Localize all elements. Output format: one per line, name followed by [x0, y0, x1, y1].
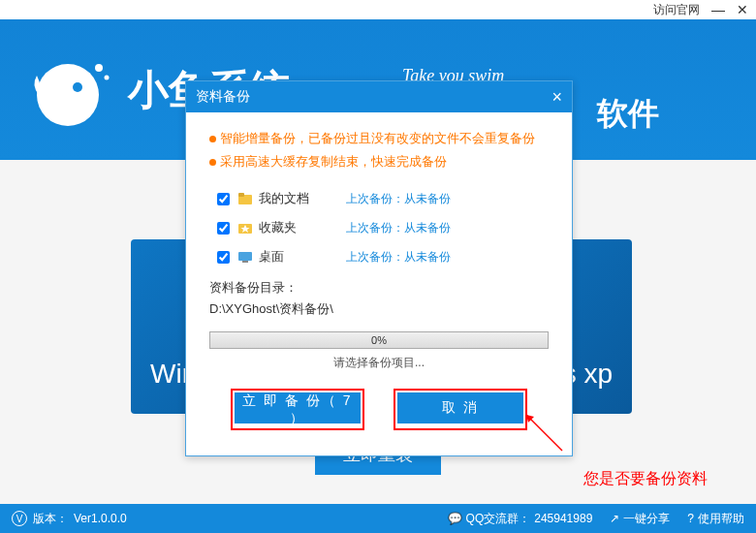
svg-line-10 [526, 415, 562, 451]
svg-point-3 [105, 75, 110, 79]
check-row-favorites: 收藏夹 上次备份：从未备份 [217, 219, 549, 236]
share-icon: ↗ [610, 512, 619, 525]
version-icon: V [12, 511, 27, 526]
highlight-box: 立 即 备 份（ 7 ） [231, 389, 364, 430]
checkbox-desktop[interactable] [217, 251, 230, 264]
visit-official-link[interactable]: 访问官网 [653, 2, 700, 18]
svg-rect-5 [238, 193, 244, 197]
close-window-button[interactable]: ✕ [737, 2, 748, 17]
backup-dir-label: 资料备份目录： [209, 279, 549, 297]
dialog-header: 资料备份 × [186, 81, 572, 112]
item-label: 桌面 [259, 248, 346, 266]
item-label: 收藏夹 [259, 219, 346, 236]
check-row-desktop: 桌面 上次备份：从未备份 [217, 248, 549, 266]
qq-number: 245941989 [534, 512, 592, 525]
backup-dir-path: D:\XYGhost\资料备份\ [209, 300, 549, 318]
fish-logo-icon [29, 47, 116, 134]
bullet-text: 智能增量备份，已备份过且没有改变的文件不会重复备份 [220, 130, 535, 147]
last-backup-text: 上次备份：从未备份 [346, 191, 451, 207]
dialog-close-button[interactable]: × [551, 87, 562, 108]
chat-icon: 💬 [448, 512, 462, 525]
qq-label: QQ交流群： [466, 511, 531, 527]
share-button[interactable]: ↗ 一键分享 [610, 511, 670, 527]
qq-group-link[interactable]: 💬 QQ交流群： 245941989 [448, 511, 593, 527]
checkbox-documents[interactable] [217, 193, 230, 205]
status-bar: V 版本： Ver1.0.0.0 💬 QQ交流群： 245941989 ↗ 一键… [0, 504, 756, 533]
last-backup-text: 上次备份：从未备份 [346, 249, 451, 266]
desktop-icon [237, 249, 253, 265]
footer-right: 💬 QQ交流群： 245941989 ↗ 一键分享 ? 使用帮助 [448, 511, 744, 527]
backup-dialog: 资料备份 × 智能增量备份，已备份过且没有改变的文件不会重复备份 采用高速大缓存… [185, 80, 573, 456]
progress-message: 请选择备份项目... [209, 355, 549, 371]
progress-bar: 0% [209, 331, 549, 349]
svg-rect-9 [242, 261, 248, 263]
svg-point-1 [73, 82, 82, 92]
check-row-documents: 我的文档 上次备份：从未备份 [217, 190, 549, 207]
help-button[interactable]: ? 使用帮助 [687, 511, 744, 527]
minimize-button[interactable]: — [711, 2, 725, 17]
footer-left: V 版本： Ver1.0.0.0 [12, 511, 127, 527]
bullet-icon [209, 136, 216, 142]
checkbox-favorites[interactable] [217, 222, 230, 235]
backup-checklist: 我的文档 上次备份：从未备份 收藏夹 上次备份：从未备份 桌面 上次备份：从未备… [217, 190, 549, 266]
backup-now-button[interactable]: 立 即 备 份（ 7 ） [235, 392, 361, 423]
cancel-button[interactable]: 取 消 [397, 392, 523, 423]
svg-point-2 [95, 64, 103, 72]
window-titlebar: 访问官网 — ✕ [0, 0, 756, 19]
annotation-arrow-icon [519, 407, 567, 455]
bullet-text: 采用高速大缓存复制结束，快速完成备份 [220, 153, 447, 171]
software-text: 软件 [597, 93, 659, 136]
item-label: 我的文档 [259, 190, 346, 207]
folder-documents-icon [237, 191, 253, 206]
bullet-line: 智能增量备份，已备份过且没有改变的文件不会重复备份 [209, 130, 549, 147]
version-value: Ver1.0.0.0 [74, 512, 127, 525]
svg-rect-8 [238, 252, 252, 261]
help-label: 使用帮助 [698, 511, 744, 527]
svg-point-0 [37, 64, 99, 126]
share-label: 一键分享 [623, 511, 670, 527]
version-label: 版本： [33, 511, 68, 527]
folder-favorites-icon [237, 220, 253, 235]
dialog-title: 资料备份 [196, 88, 250, 106]
dialog-buttons: 立 即 备 份（ 7 ） 取 消 [209, 389, 549, 430]
annotation-text: 您是否要备份资料 [583, 469, 708, 489]
help-icon: ? [687, 512, 694, 525]
bullet-icon [209, 159, 216, 166]
last-backup-text: 上次备份：从未备份 [346, 220, 451, 236]
dialog-body: 智能增量备份，已备份过且没有改变的文件不会重复备份 采用高速大缓存复制结束，快速… [186, 112, 572, 442]
highlight-box: 取 消 [394, 389, 527, 430]
bullet-line: 采用高速大缓存复制结束，快速完成备份 [209, 153, 549, 171]
